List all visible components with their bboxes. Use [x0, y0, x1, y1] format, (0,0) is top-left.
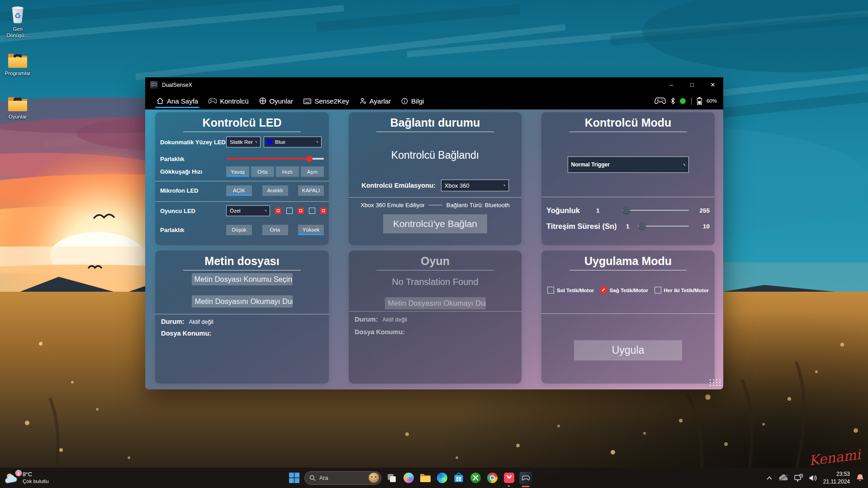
maximize-button[interactable]: □ [682, 77, 702, 92]
edge-icon [437, 473, 447, 483]
slider-thumb[interactable] [306, 156, 313, 162]
dualsensex-icon [520, 472, 531, 484]
clock-widget[interactable]: 23:53 21.11.2024 [823, 470, 850, 486]
valorant-button[interactable] [503, 472, 515, 484]
slider-thumb[interactable] [623, 207, 630, 214]
tab-ayarlar[interactable]: Ayarlar [360, 92, 391, 109]
brightness-orta-button[interactable]: Orta [262, 225, 288, 235]
player-led-5-checkbox[interactable] [320, 208, 327, 214]
tab-bilgi[interactable]: Bilgi [401, 92, 424, 109]
start-button[interactable] [288, 472, 300, 484]
tab-label: Kontrolcü [220, 97, 248, 105]
file-location-label: Dosya Konumu: [161, 330, 211, 337]
emulation-dropdown[interactable]: Xbox 360 [441, 180, 509, 191]
player-led-2-checkbox[interactable] [286, 208, 293, 214]
app-logo-icon [150, 81, 158, 89]
apply-button[interactable]: Uygula [574, 340, 682, 360]
minimize-button[interactable]: – [661, 77, 682, 92]
valorant-icon [504, 473, 514, 483]
tray-chevron-icon[interactable] [766, 476, 773, 480]
player-led-dropdown[interactable]: Özel [226, 205, 270, 216]
chrome-icon [487, 473, 498, 483]
window-titlebar: DualSenseX – □ ✕ [145, 77, 723, 92]
mic-aralikli-button[interactable]: Aralıklı [262, 185, 288, 196]
intensity-slider[interactable] [622, 210, 689, 211]
checkbox-label: Her iki Tetik/Motor [664, 288, 709, 293]
chrome-button[interactable] [486, 472, 498, 484]
left-trigger-checkbox[interactable]: Sol Tetik/Motor [547, 287, 594, 294]
stop-reading-button[interactable]: Metin Dosyasını Okumayı Durdur [192, 295, 293, 308]
player-led-label: Oyuncu LED [160, 208, 226, 214]
mic-acik-button[interactable]: AÇIK [226, 185, 252, 196]
search-icon [309, 475, 316, 481]
trigger-mode-dropdown[interactable]: Normal Trigger [568, 156, 689, 173]
chevron-down-icon [253, 141, 257, 143]
intensity-max: 255 [695, 207, 710, 214]
dropdown-value: Statik Renk [230, 139, 253, 145]
brightness-dusuk-button[interactable]: Düşük [226, 225, 252, 235]
rainbow-yavas-button[interactable]: Yavaş [226, 166, 249, 177]
weather-widget[interactable]: 1 8°C Çok bulutlu [5, 468, 49, 488]
file-explorer-button[interactable] [419, 472, 432, 484]
rainbow-speed-label: Gökkuşağı Hızı [160, 168, 226, 175]
touchpad-color-dropdown[interactable]: Blue [264, 137, 322, 147]
tab-bar: Ana Sayfa Kontrolcü Oyunlar Sense2Key Ay… [145, 92, 723, 109]
tab-label: Ana Sayfa [167, 97, 198, 105]
search-highlight-image[interactable] [369, 473, 379, 483]
edge-button[interactable] [436, 472, 448, 484]
mic-led-label: Mikrofon LED [160, 187, 226, 194]
desktop-icon-label: Geri Dönüşü... [2, 26, 33, 39]
copilot-button[interactable] [402, 472, 415, 484]
desktop-icon-oyunlar[interactable]: M Oyunlar [0, 94, 35, 120]
title-underline [183, 132, 301, 132]
divider [541, 313, 715, 314]
desktop-icon-label: Programlar [2, 70, 33, 76]
touchpad-mode-dropdown[interactable]: Statik Renk [226, 137, 261, 147]
panel-game: Oyun No Translation Found Metin Dosyasın… [349, 251, 522, 384]
desktop-icon-programlar[interactable]: P Programlar [0, 51, 35, 76]
vibration-slider[interactable] [638, 226, 689, 227]
player-led-4-checkbox[interactable] [309, 208, 315, 214]
tab-ana-sayfa[interactable]: Ana Sayfa [157, 92, 198, 109]
brightness-yuksek-button[interactable]: Yüksek [298, 225, 324, 235]
home-icon [157, 97, 164, 104]
search-input[interactable]: Ara [304, 471, 381, 485]
desktop-icon-recycle-bin[interactable]: ♻ Geri Dönüşü... [0, 4, 35, 39]
mic-kapali-button[interactable]: KAPALI [298, 185, 324, 196]
both-triggers-checkbox[interactable]: Her iki Tetik/Motor [655, 287, 709, 294]
microsoft-store-button[interactable] [452, 472, 465, 484]
rainbow-hizli-button[interactable]: Hızlı [276, 166, 299, 177]
tab-oyunlar[interactable]: Oyunlar [259, 92, 294, 109]
rainbow-asiri-button[interactable]: Aşırı [301, 166, 324, 177]
checkbox-checked[interactable] [600, 287, 607, 294]
checkbox-unchecked[interactable] [547, 287, 554, 294]
brightness-slider[interactable] [226, 158, 324, 160]
task-view-button[interactable] [385, 472, 398, 484]
title-underline [183, 270, 301, 270]
tab-label: Ayarlar [370, 97, 391, 105]
xbox-button[interactable] [469, 472, 482, 484]
dualsensex-window: DualSenseX – □ ✕ Ana Sayfa Kontrolcü Oyu… [145, 77, 723, 389]
ethernet-icon[interactable] [794, 474, 803, 482]
player-led-1-checkbox[interactable] [275, 208, 281, 214]
window-resize-grip[interactable] [709, 379, 721, 388]
checkbox-unchecked[interactable] [655, 287, 661, 294]
notification-bell-icon[interactable] [856, 474, 864, 482]
onedrive-paused-icon[interactable] [778, 474, 788, 481]
panel-text-file: Metin dosyası Metin Dosyası Konumu Seçin… [155, 251, 329, 384]
dualsensex-taskbar-button[interactable] [519, 472, 532, 484]
touchpad-led-label: Dokunmatik Yüzey LED [160, 139, 226, 146]
player-led-3-checkbox[interactable] [298, 208, 304, 214]
emulation-info-text: Xbox 360 Emule Ediliyor [360, 202, 425, 208]
right-trigger-checkbox[interactable]: Sağ Tetik/Motor [600, 287, 648, 294]
slider-thumb[interactable] [639, 223, 646, 230]
xbox-icon [470, 473, 481, 483]
stop-reading-button-disabled[interactable]: Metin Dosyasını Okumayı Durdur [385, 297, 486, 309]
tab-sense2key[interactable]: Sense2Key [304, 92, 349, 109]
connect-controller-button[interactable]: Kontrolcü'ye Bağlan [383, 214, 487, 233]
speaker-icon[interactable] [809, 474, 817, 482]
rainbow-orta-button[interactable]: Orta [251, 166, 274, 177]
tab-kontrolcu[interactable]: Kontrolcü [209, 92, 248, 109]
close-button[interactable]: ✕ [702, 77, 723, 92]
select-text-file-button[interactable]: Metin Dosyası Konumu Seçin [192, 273, 293, 285]
